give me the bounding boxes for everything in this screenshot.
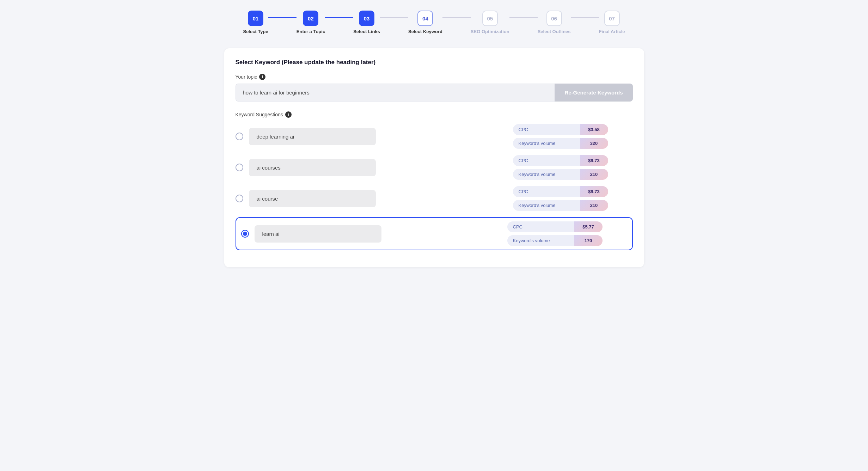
cpc-label-2: CPC (513, 155, 580, 166)
step-circle-6: 06 (546, 11, 562, 26)
step-6[interactable]: 06 Select Outlines (538, 11, 571, 34)
volume-value-4: 170 (574, 235, 603, 246)
topic-label: Your topic i (236, 74, 633, 80)
step-label-3: Select Links (353, 29, 380, 34)
stat-cpc-row-2: CPC $9.73 (513, 155, 633, 166)
step-label-7: Final Article (599, 29, 625, 34)
cpc-label-4: CPC (507, 221, 574, 232)
keyword-text-1: deep learning ai (249, 128, 376, 145)
radio-4[interactable] (241, 230, 249, 238)
volume-label-3: Keyword's volume (513, 200, 580, 211)
connector-3-4 (380, 17, 408, 18)
keyword-stats-3: CPC $9.73 Keyword's volume 210 (513, 186, 633, 211)
volume-label-2: Keyword's volume (513, 169, 580, 180)
connector-1-2 (268, 17, 297, 18)
step-circle-3: 03 (359, 11, 374, 26)
step-label-5: SEO Optimization (471, 29, 509, 34)
stat-volume-row-3: Keyword's volume 210 (513, 200, 633, 211)
stat-volume-row-2: Keyword's volume 210 (513, 169, 633, 180)
radio-1[interactable] (236, 133, 243, 140)
keyword-left-4: learn ai (241, 225, 507, 243)
regenerate-button[interactable]: Re-Generate Keywords (555, 84, 632, 102)
stat-cpc-row-3: CPC $9.73 (513, 186, 633, 197)
stat-cpc-row-4: CPC $5.77 (507, 221, 627, 232)
keyword-stats-2: CPC $9.73 Keyword's volume 210 (513, 155, 633, 180)
cpc-value-3: $9.73 (580, 186, 608, 197)
step-circle-5: 05 (482, 11, 498, 26)
keyword-row-4: learn ai CPC $5.77 Keyword's volume 170 (236, 217, 633, 250)
topic-input[interactable] (236, 84, 555, 102)
step-label-4: Select Keyword (408, 29, 442, 34)
volume-label-1: Keyword's volume (513, 138, 580, 149)
cpc-label-3: CPC (513, 186, 580, 197)
keyword-suggestions-info-icon[interactable]: i (285, 111, 292, 118)
keyword-stats-1: CPC $3.58 Keyword's volume 320 (513, 124, 633, 149)
stat-volume-row-4: Keyword's volume 170 (507, 235, 627, 246)
cpc-value-4: $5.77 (574, 221, 603, 232)
section-title: Select Keyword (Please update the headin… (236, 59, 633, 66)
connector-2-3 (325, 17, 353, 18)
connector-5-6 (509, 17, 538, 18)
step-2[interactable]: 02 Enter a Topic (297, 11, 325, 34)
step-5[interactable]: 05 SEO Optimization (471, 11, 509, 34)
step-circle-1: 01 (248, 11, 263, 26)
connector-4-5 (442, 17, 471, 18)
volume-value-1: 320 (580, 138, 608, 149)
step-circle-7: 07 (604, 11, 620, 26)
keyword-suggestions-label: Keyword Suggestions i (236, 111, 633, 118)
stepper: 01 Select Type 02 Enter a Topic 03 Selec… (224, 11, 644, 34)
step-3[interactable]: 03 Select Links (353, 11, 380, 34)
keyword-text-3: ai course (249, 190, 376, 207)
keyword-left-2: ai courses (236, 159, 513, 176)
keyword-left-3: ai course (236, 190, 513, 207)
stat-volume-row-1: Keyword's volume 320 (513, 138, 633, 149)
radio-inner-4 (243, 232, 247, 236)
keyword-text-4: learn ai (255, 225, 381, 243)
stat-cpc-row-1: CPC $3.58 (513, 124, 633, 135)
step-circle-2: 02 (303, 11, 318, 26)
keyword-row-2: ai courses CPC $9.73 Keyword's volume 21… (236, 155, 633, 180)
keyword-row-3: ai course CPC $9.73 Keyword's volume 210 (236, 186, 633, 211)
radio-3[interactable] (236, 195, 243, 202)
step-circle-4: 04 (417, 11, 433, 26)
step-label-2: Enter a Topic (297, 29, 325, 34)
step-label-1: Select Type (243, 29, 268, 34)
keyword-text-2: ai courses (249, 159, 376, 176)
radio-2[interactable] (236, 164, 243, 171)
step-label-6: Select Outlines (538, 29, 571, 34)
cpc-label-1: CPC (513, 124, 580, 135)
volume-value-3: 210 (580, 200, 608, 211)
step-1[interactable]: 01 Select Type (243, 11, 268, 34)
step-4[interactable]: 04 Select Keyword (408, 11, 442, 34)
volume-label-4: Keyword's volume (507, 235, 574, 246)
topic-info-icon[interactable]: i (259, 74, 265, 80)
keyword-stats-4: CPC $5.77 Keyword's volume 170 (507, 221, 627, 246)
main-card: Select Keyword (Please update the headin… (224, 48, 644, 267)
keyword-left-1: deep learning ai (236, 128, 513, 145)
topic-row: Re-Generate Keywords (236, 84, 633, 102)
volume-value-2: 210 (580, 169, 608, 180)
cpc-value-1: $3.58 (580, 124, 608, 135)
cpc-value-2: $9.73 (580, 155, 608, 166)
step-7[interactable]: 07 Final Article (599, 11, 625, 34)
keyword-row-1: deep learning ai CPC $3.58 Keyword's vol… (236, 124, 633, 149)
connector-6-7 (571, 17, 599, 18)
